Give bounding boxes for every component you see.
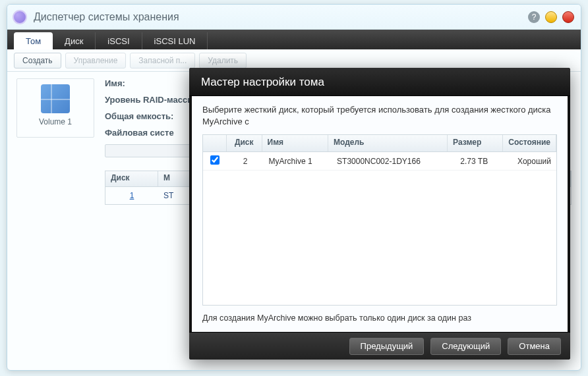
window-title: Диспетчер системы хранения [34,11,528,23]
delete-button: Удалить [199,53,247,68]
manage-button: Управление [65,53,127,68]
tab-iscsi[interactable]: iSCSI [96,32,142,49]
col-state: Состояние [503,135,556,151]
prev-button[interactable]: Предыдущий [349,338,425,355]
col-disk: Диск [227,135,262,151]
modal-note: Для создания MyArchive можно выбрать тол… [202,306,557,327]
bg-disk-link[interactable]: 1 [130,191,134,200]
disk-row[interactable]: 2 MyArchive 1 ST3000NC002-1DY166 2.73 TB… [203,152,556,171]
disk-row-size: 2.73 TB [455,154,512,169]
disk-row-state: Хороший [512,154,556,169]
spare-button: Запасной п... [130,53,195,68]
titlebar-controls: ? [528,11,574,23]
help-icon[interactable]: ? [528,11,540,23]
disk-row-model: ST3000NC002-1DY166 [332,154,455,169]
col-check [203,135,227,151]
create-button[interactable]: Создать [14,53,61,68]
volume-side-panel[interactable]: Volume 1 [16,78,94,138]
storage-manager-window: Диспетчер системы хранения ? Том Диск iS… [7,4,581,371]
disk-row-name: MyArchive 1 [264,154,332,169]
disk-row-checkbox[interactable] [210,155,220,165]
tab-iscsi-lun[interactable]: iSCSI LUN [142,32,208,49]
tab-volume[interactable]: Том [14,32,53,49]
col-name: Имя [262,135,328,151]
cancel-button[interactable]: Отмена [508,338,561,355]
modal-title: Мастер настройки тома [189,68,570,96]
disk-row-num: 2 [227,154,263,169]
main-tabs: Том Диск iSCSI iSCSI LUN [7,30,581,49]
tab-disk[interactable]: Диск [53,32,96,49]
close-button[interactable] [562,11,574,23]
volume-wizard-modal: Мастер настройки тома Выберите жесткий д… [189,68,570,360]
modal-body: Выберите жесткий диск, который требуется… [192,96,568,332]
next-button[interactable]: Следующий [430,338,501,355]
col-model: Модель [328,135,448,151]
disk-select-table: Диск Имя Модель Размер Состояние 2 MyArc… [202,134,557,306]
minimize-button[interactable] [545,11,557,23]
titlebar[interactable]: Диспетчер системы хранения ? [7,5,581,30]
volume-label: Volume 1 [20,117,91,126]
modal-footer: Предыдущий Следующий Отмена [189,332,570,360]
col-size: Размер [448,135,503,151]
modal-instruction: Выберите жесткий диск, который требуется… [202,104,557,128]
volume-icon [41,84,70,113]
bg-col-disk: Диск [105,171,158,186]
app-icon [13,10,27,24]
